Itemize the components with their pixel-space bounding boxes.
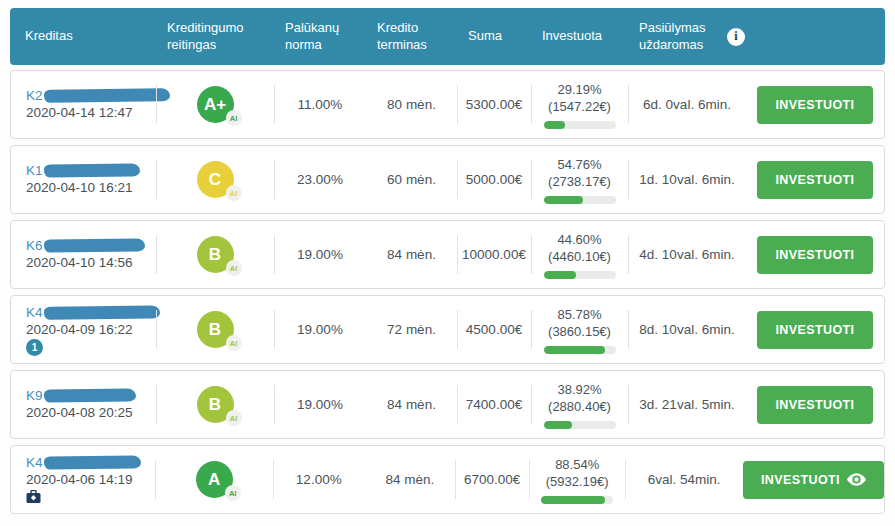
table-row: K9 2020-04-08 20:25 B AI 19 — [10, 370, 885, 439]
column-header-investuota: Investuota — [530, 28, 627, 45]
rating-cell: A+ AI — [156, 71, 274, 138]
redacted-id — [43, 238, 144, 252]
credit-cell: K6 2020-04-10 14:56 — [11, 221, 156, 288]
credit-id-link[interactable]: K9 — [26, 387, 43, 404]
credit-term: 84 mėn. — [366, 221, 457, 288]
credit-id-link[interactable]: K6 — [26, 237, 43, 254]
invest-button[interactable]: INVESTUOTI — [757, 236, 872, 274]
column-header-pasiulymas-label: Pasiūlymas uždaromas — [639, 20, 718, 54]
info-icon[interactable]: i — [727, 28, 745, 46]
progress-fill — [544, 271, 576, 279]
action-cell: INVESTUOTI — [746, 146, 884, 213]
closes-in: 1d. 10val. 6min. — [628, 146, 746, 213]
action-cell: INVESTUOTI — [746, 221, 884, 288]
invest-button[interactable]: INVESTUOTI — [757, 386, 872, 424]
progress-bar — [544, 196, 616, 204]
rating-ai-badge: AI — [225, 485, 241, 501]
rating-badge: B AI — [197, 236, 234, 273]
credit-date: 2020-04-10 16:21 — [26, 179, 133, 197]
redacted-id — [43, 88, 169, 103]
interest-rate: 23.00% — [274, 146, 366, 213]
credit-cell: K4 2020-04-09 16:22 1 — [11, 296, 156, 363]
credit-cell: K2 2020-04-14 12:47 — [11, 71, 156, 138]
credit-id-link[interactable]: K4 — [26, 304, 43, 321]
interest-rate: 19.00% — [274, 296, 366, 363]
rating-letter: A+ — [204, 95, 226, 115]
action-cell: INVESTUOTI — [746, 71, 884, 138]
amount: 10000.00€ — [457, 221, 531, 288]
column-header-pasiulymas: Pasiūlymas uždaromas i — [627, 20, 745, 54]
invested-cell: 38.92% (2880.40€) — [531, 371, 628, 438]
rating-badge: B AI — [197, 386, 234, 423]
table-row: K1 2020-04-10 16:21 C AI 23 — [10, 145, 885, 214]
table-row: K6 2020-04-10 14:56 B AI 19 — [10, 220, 885, 289]
progress-fill — [541, 496, 605, 504]
redacted-id — [43, 163, 139, 177]
progress-fill — [544, 421, 572, 429]
progress-fill — [544, 121, 565, 129]
credit-term: 72 mėn. — [366, 296, 457, 363]
action-cell: INVESTUOTI — [746, 371, 884, 438]
invest-button-label: INVESTUOTI — [775, 173, 854, 187]
closes-in: 6d. 0val. 6min. — [628, 71, 746, 138]
credit-extra-icons — [26, 489, 41, 506]
invested-amount: (4460.10€) — [548, 248, 611, 265]
rating-letter: B — [209, 395, 221, 415]
column-header-terminas: Kredito terminas — [365, 20, 456, 54]
invest-button-label: INVESTUOTI — [775, 248, 854, 262]
table-body: K2 2020-04-14 12:47 A+ AI 1 — [10, 70, 885, 514]
invested-cell: 54.76% (2738.17€) — [531, 146, 628, 213]
progress-bar — [544, 271, 616, 279]
table-row: K2 2020-04-14 12:47 A+ AI 1 — [10, 70, 885, 139]
credit-date: 2020-04-09 16:22 — [26, 321, 133, 339]
progress-fill — [544, 196, 583, 204]
rating-cell: C AI — [156, 146, 274, 213]
rating-ai-badge: AI — [226, 335, 242, 351]
credit-id-link[interactable]: K2 — [26, 87, 43, 104]
rating-badge: B AI — [197, 311, 234, 348]
closes-in: 3d. 21val. 5min. — [628, 371, 746, 438]
invested-percent: 29.19% — [557, 81, 601, 98]
credit-id-link[interactable]: K4 — [26, 454, 43, 471]
column-header-kreditas: Kreditas — [10, 28, 155, 45]
redacted-id — [43, 455, 140, 469]
progress-bar — [544, 346, 616, 354]
invested-amount: (1547.22€) — [548, 98, 611, 115]
rating-cell: B AI — [156, 221, 274, 288]
invested-percent: 88.54% — [555, 456, 599, 473]
closes-in: 8d. 10val. 6min. — [628, 296, 746, 363]
credit-cell: K1 2020-04-10 16:21 — [11, 146, 156, 213]
rating-badge: C AI — [197, 161, 234, 198]
interest-rate: 19.00% — [274, 371, 366, 438]
table-row: K4 2020-04-09 16:22 1 B AI 1 — [10, 295, 885, 364]
count-badge: 1 — [26, 339, 43, 356]
credit-term: 84 mėn. — [366, 371, 457, 438]
credit-date: 2020-04-08 20:25 — [26, 404, 133, 422]
column-header-norma: Palūkanų norma — [273, 20, 365, 54]
rating-letter: B — [209, 245, 221, 265]
credit-date: 2020-04-14 12:47 — [26, 104, 133, 122]
rating-ai-badge: AI — [226, 185, 242, 201]
interest-rate: 12.00% — [273, 446, 365, 513]
invest-button[interactable]: INVESTUOTI — [743, 461, 884, 499]
invest-button-label: INVESTUOTI — [761, 473, 840, 487]
amount: 7400.00€ — [457, 371, 531, 438]
credit-id-link[interactable]: K1 — [26, 162, 43, 179]
progress-bar — [544, 421, 616, 429]
rating-letter: B — [209, 320, 221, 340]
credit-extra-icons: 1 — [26, 339, 43, 356]
invest-button-label: INVESTUOTI — [775, 323, 854, 337]
invest-button[interactable]: INVESTUOTI — [757, 311, 872, 349]
amount: 5300.00€ — [457, 71, 531, 138]
closes-in: 4d. 10val. 6min. — [628, 221, 746, 288]
rating-ai-badge: AI — [226, 110, 242, 126]
amount: 5000.00€ — [457, 146, 531, 213]
invested-percent: 38.92% — [557, 381, 601, 398]
rating-ai-badge: AI — [226, 260, 242, 276]
column-header-suma: Suma — [456, 28, 530, 45]
invest-button[interactable]: INVESTUOTI — [757, 86, 872, 124]
credit-term: 60 mėn. — [366, 146, 457, 213]
invest-button[interactable]: INVESTUOTI — [757, 161, 872, 199]
action-cell: INVESTUOTI — [743, 446, 884, 513]
rating-ai-badge: AI — [226, 410, 242, 426]
